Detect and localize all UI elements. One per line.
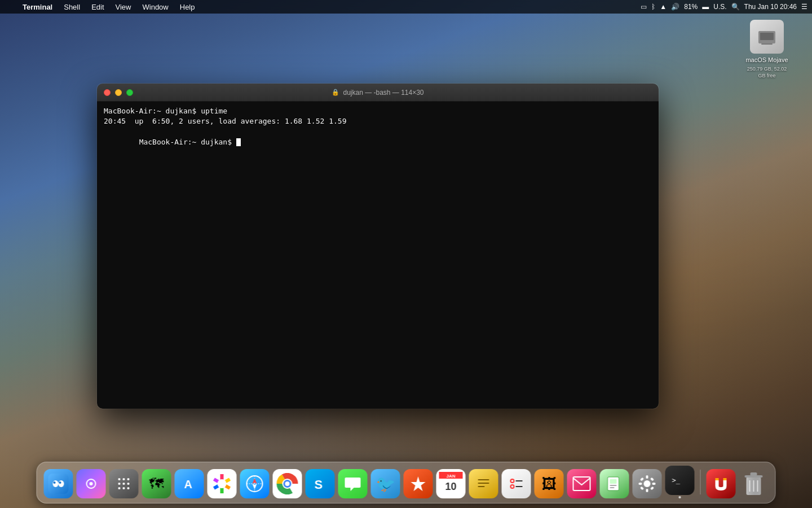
- dock-item-skype[interactable]: S: [306, 469, 335, 498]
- dock-item-chrome[interactable]: [273, 469, 302, 498]
- svg-point-10: [90, 482, 93, 485]
- finder-icon: [44, 469, 73, 498]
- battery-icon[interactable]: ▬: [702, 3, 709, 11]
- svg-point-18: [123, 487, 125, 489]
- svg-rect-48: [610, 485, 617, 486]
- dock-separator: [700, 470, 701, 494]
- menubar: Terminal Shell Edit View Window Help ▭ ᛒ…: [0, 0, 812, 14]
- svg-rect-56: [650, 477, 654, 481]
- svg-point-16: [127, 483, 130, 485]
- dock-item-magnet[interactable]: [707, 469, 736, 498]
- app-menu-window[interactable]: Window: [138, 2, 173, 12]
- terminal-prompt-1: MacBook-Air:~ dujkan$ uptime: [104, 107, 227, 115]
- svg-point-42: [511, 485, 514, 488]
- menubar-left: Terminal Shell Edit View Window Help: [5, 2, 200, 12]
- app-menu-terminal[interactable]: Terminal: [18, 2, 57, 12]
- maximize-button[interactable]: [126, 89, 133, 96]
- dock-item-trash[interactable]: [739, 469, 769, 498]
- sysprefs-icon: [633, 469, 662, 498]
- dock-item-siri[interactable]: [77, 469, 106, 498]
- svg-rect-53: [639, 483, 642, 485]
- svg-rect-1: [760, 33, 774, 40]
- traffic-lights: [104, 89, 133, 96]
- lock-icon: 🔒: [332, 89, 339, 96]
- messages-icon: [338, 469, 368, 498]
- app-menu-help[interactable]: Help: [175, 2, 200, 12]
- wifi-icon[interactable]: ▲: [660, 3, 667, 11]
- dock-item-messages[interactable]: [338, 469, 368, 498]
- dock-item-preview[interactable]: [600, 469, 629, 498]
- macos-mojave-disk-icon[interactable]: macOS Mojave 250.79 GB, 52.02 GB free: [744, 20, 789, 80]
- svg-rect-3: [761, 43, 773, 45]
- disk-icon-label: macOS Mojave: [745, 56, 788, 64]
- chrome-icon: [273, 469, 302, 498]
- svg-rect-58: [650, 486, 654, 490]
- airplay-icon[interactable]: ▭: [641, 3, 647, 11]
- svg-text:JAN: JAN: [446, 474, 455, 479]
- dock-item-notchback[interactable]: 🖼: [535, 469, 564, 498]
- app-menu-shell[interactable]: Shell: [59, 2, 85, 12]
- svg-rect-52: [646, 489, 648, 492]
- volume-icon[interactable]: 🔊: [671, 3, 679, 11]
- svg-marker-33: [411, 476, 426, 491]
- battery-percentage: 81%: [684, 3, 698, 11]
- svg-text:S: S: [315, 478, 323, 492]
- tweetbot-icon: 🐦: [371, 469, 400, 498]
- dock-item-safari[interactable]: [240, 469, 270, 498]
- dock-item-spark[interactable]: [404, 469, 433, 498]
- dock-item-terminal[interactable]: >_: [665, 466, 695, 498]
- desktop: Terminal Shell Edit View Window Help ▭ ᛒ…: [0, 0, 812, 508]
- language-indicator[interactable]: U.S.: [713, 3, 726, 11]
- terminal-line-2: 20:45 up 6:50, 2 users, load averages: 1…: [104, 116, 652, 126]
- svg-rect-39: [478, 483, 489, 484]
- dock-item-system-preferences[interactable]: [633, 469, 662, 498]
- svg-text:A: A: [184, 478, 192, 491]
- maps-icon: 🗺: [142, 469, 171, 498]
- svg-point-5: [53, 480, 59, 487]
- terminal-output-1: 20:45 up 6:50, 2 users, load averages: 1…: [104, 117, 346, 125]
- launchpad-icon: [109, 469, 139, 498]
- spark-icon: [404, 469, 433, 498]
- spotlight-icon[interactable]: 🔍: [731, 3, 740, 11]
- dock-item-finder[interactable]: [44, 469, 73, 498]
- dock-item-maps[interactable]: 🗺: [142, 469, 171, 498]
- apple-menu[interactable]: [5, 6, 14, 8]
- dock-item-photos[interactable]: [208, 469, 237, 498]
- svg-point-31: [285, 481, 290, 486]
- svg-rect-38: [478, 479, 489, 480]
- svg-rect-65: [751, 472, 757, 476]
- terminal-title: 🔒 dujkan — -bash — 114×30: [332, 89, 423, 97]
- notification-center-icon[interactable]: ☰: [801, 3, 807, 11]
- dock-item-launchpad[interactable]: [109, 469, 139, 498]
- close-button[interactable]: [104, 89, 111, 96]
- svg-rect-60: [716, 478, 719, 480]
- svg-rect-2: [764, 41, 770, 43]
- svg-point-8: [59, 481, 61, 484]
- dock-item-tweetbot[interactable]: 🐦: [371, 469, 400, 498]
- dock-item-calendar[interactable]: JAN 10: [436, 469, 466, 498]
- svg-point-22: [218, 479, 227, 488]
- svg-point-17: [118, 487, 121, 489]
- dock-item-appstore[interactable]: A: [175, 469, 204, 498]
- minimize-button[interactable]: [115, 89, 122, 96]
- dock-item-notes[interactable]: [469, 469, 498, 498]
- notchback-icon: 🖼: [535, 469, 564, 498]
- svg-point-19: [127, 487, 130, 489]
- terminal-cursor: [236, 138, 241, 146]
- dock: 🗺 A: [37, 462, 776, 503]
- svg-point-50: [644, 480, 651, 487]
- siri-icon: [77, 469, 106, 498]
- dock-item-reminders[interactable]: [502, 469, 531, 498]
- svg-point-7: [54, 481, 56, 484]
- bluetooth-icon[interactable]: ᛒ: [651, 3, 655, 11]
- menubar-right: ▭ ᛒ ▲ 🔊 81% ▬ U.S. 🔍 Thu Jan 10 20:46 ☰: [641, 3, 807, 11]
- dock-item-airmail[interactable]: [567, 469, 597, 498]
- app-menu-view[interactable]: View: [111, 2, 136, 12]
- svg-point-14: [118, 483, 121, 485]
- svg-point-11: [118, 478, 121, 480]
- svg-rect-61: [723, 478, 727, 480]
- terminal-window[interactable]: 🔒 dujkan — -bash — 114×30 MacBook-Air:~ …: [97, 84, 659, 409]
- terminal-body[interactable]: MacBook-Air:~ dujkan$ uptime 20:45 up 6:…: [97, 102, 659, 409]
- notes-icon: [469, 469, 498, 498]
- app-menu-edit[interactable]: Edit: [87, 2, 108, 12]
